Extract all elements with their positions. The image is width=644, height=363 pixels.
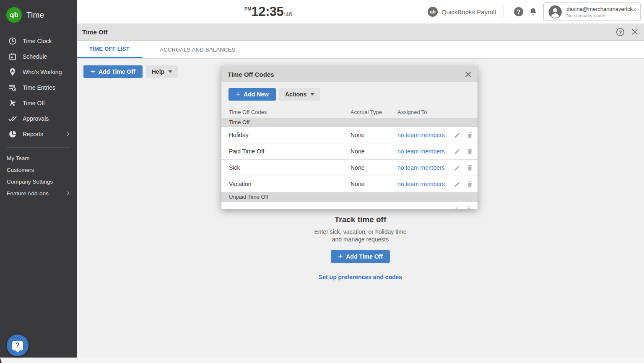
pencil-icon xyxy=(452,205,460,209)
edit-button[interactable] xyxy=(454,181,461,188)
user-info: davina@merchantmaverick.c... No company … xyxy=(566,6,636,18)
pencil-icon xyxy=(454,148,461,155)
page-help-button[interactable]: ? xyxy=(616,28,625,36)
help-chat-button[interactable]: ? xyxy=(7,334,29,356)
row-actions xyxy=(454,148,473,155)
column-header-accrual: Accrual Type xyxy=(351,109,397,115)
clock-meridiem: PM xyxy=(244,6,252,11)
group-label: Time Off xyxy=(221,119,351,125)
empty-state-title: Track time off xyxy=(77,215,644,224)
location-pin-icon xyxy=(8,67,17,77)
row-actions xyxy=(454,181,473,188)
sidebar-item-time-clock[interactable]: Time Clock xyxy=(0,33,77,49)
chevron-right-icon xyxy=(65,190,71,196)
sidebar-item-label: Company Settings xyxy=(7,179,71,185)
add-time-off-label: Add Time Off xyxy=(99,68,135,75)
delete-button[interactable] xyxy=(465,205,472,209)
add-new-button[interactable]: + Add New xyxy=(229,88,276,101)
plus-icon: + xyxy=(338,252,343,260)
group-row-unpaid-time-off: Unpaid Time Off xyxy=(221,192,478,202)
accrual-type: None xyxy=(351,148,397,155)
user-menu[interactable]: davina@merchantmaverick.c... No company … xyxy=(543,3,641,21)
empty-state-line2: and manage requests xyxy=(77,236,644,243)
delete-button[interactable] xyxy=(466,181,473,188)
help-button[interactable]: ? xyxy=(512,5,526,19)
notifications-button[interactable] xyxy=(526,5,540,19)
list-clock-icon xyxy=(8,83,17,92)
assigned-to-link[interactable]: no team members xyxy=(397,164,445,171)
clock-seconds: :46 xyxy=(283,10,292,18)
help-label: Help xyxy=(152,68,164,75)
sidebar-item-label: Who's Working xyxy=(23,69,71,75)
delete-button[interactable] xyxy=(466,164,473,171)
edit-button[interactable] xyxy=(454,164,461,171)
sidebar: qb Time Time Clock Schedule Who's Workin… xyxy=(0,0,77,358)
qb-logo-icon: qb xyxy=(6,7,22,23)
caret-down-icon xyxy=(168,70,172,75)
sidebar-item-whos-working[interactable]: Who's Working xyxy=(0,64,77,80)
pencil-icon xyxy=(454,132,461,139)
assigned-to-link[interactable]: no team members xyxy=(397,148,445,155)
add-time-off-button[interactable]: + Add Time Off xyxy=(83,65,143,78)
table-row: Sick None no team members xyxy=(221,160,478,176)
sidebar-item-time-off[interactable]: Time Off xyxy=(0,95,77,111)
quickbooks-payroll-link[interactable]: QuickBooks Payroll xyxy=(441,8,496,16)
modal-header[interactable]: Time Off Codes xyxy=(221,66,478,82)
setup-preferences-link[interactable]: Set up preferences and codes xyxy=(319,274,402,280)
sidebar-item-label: Approvals xyxy=(23,115,71,122)
page-header-icons: ? xyxy=(616,28,639,36)
group-label: Unpaid Time Off xyxy=(221,194,351,200)
topbar-divider xyxy=(504,6,504,17)
brand-name: Time xyxy=(26,10,44,20)
pencil-icon xyxy=(454,181,461,188)
time-off-codes-modal: Time Off Codes + Add New Actions xyxy=(221,66,478,209)
sidebar-item-time-entries[interactable]: Time Entries xyxy=(0,80,77,95)
quickbooks-logo-icon: qb xyxy=(428,7,438,17)
svg-text:?: ? xyxy=(619,29,622,34)
sidebar-item-label: Time Off xyxy=(23,100,71,106)
delete-button[interactable] xyxy=(466,132,473,139)
trash-icon xyxy=(466,132,473,139)
delete-button[interactable] xyxy=(466,148,473,155)
code-name: Holiday xyxy=(221,132,351,138)
row-actions xyxy=(452,205,472,209)
pie-chart-icon xyxy=(8,130,17,139)
close-icon xyxy=(631,28,639,36)
column-header-codes: Time Off Codes xyxy=(221,109,351,115)
assigned-to-link[interactable]: no team members xyxy=(397,181,445,187)
edit-button[interactable] xyxy=(452,205,460,209)
sidebar-item-feature-add-ons[interactable]: Feature Add-ons xyxy=(0,187,77,199)
sidebar-item-customers[interactable]: Customers xyxy=(0,164,77,176)
add-time-off-button-empty-state[interactable]: + Add Time Off xyxy=(331,250,390,263)
edit-button[interactable] xyxy=(454,132,461,139)
edit-button[interactable] xyxy=(454,148,461,155)
page-title: Time Off xyxy=(82,29,616,36)
sidebar-item-my-team[interactable]: My Team xyxy=(0,152,77,164)
sidebar-item-approvals[interactable]: Approvals xyxy=(0,111,77,126)
tab-bar: TIME OFF LIST ACCRUALS AND BALANCES xyxy=(77,41,644,59)
trash-icon xyxy=(466,181,473,188)
tab-time-off-list[interactable]: TIME OFF LIST xyxy=(77,41,142,58)
desktop-corner xyxy=(0,358,5,363)
assigned-to-link[interactable]: no team members xyxy=(397,132,445,138)
tab-accruals-and-balances[interactable]: ACCRUALS AND BALANCES xyxy=(147,41,248,58)
empty-state-text: Enter sick, vacation, or holiday time an… xyxy=(77,228,644,243)
brand[interactable]: qb Time xyxy=(0,0,77,23)
code-name: Sick xyxy=(221,164,351,171)
sidebar-item-schedule[interactable]: Schedule xyxy=(0,49,77,64)
trash-icon xyxy=(465,205,472,209)
sidebar-item-label: My Team xyxy=(7,155,71,161)
page-close-button[interactable] xyxy=(631,28,639,36)
sidebar-item-label: Customers xyxy=(7,167,71,173)
actions-dropdown-button[interactable]: Actions xyxy=(279,88,320,101)
accrual-type: None xyxy=(351,132,397,138)
modal-toolbar: + Add New Actions xyxy=(221,82,478,106)
close-icon xyxy=(464,70,472,78)
column-header-assigned: Assigned To xyxy=(397,109,454,115)
modal-close-button[interactable] xyxy=(464,70,472,78)
code-name: Paid Time Off xyxy=(221,148,351,155)
sidebar-item-reports[interactable]: Reports xyxy=(0,126,77,142)
sidebar-item-company-settings[interactable]: Company Settings xyxy=(0,176,77,187)
help-dropdown-button[interactable]: Help xyxy=(146,65,178,78)
sidebar-item-label: Schedule xyxy=(23,53,71,60)
